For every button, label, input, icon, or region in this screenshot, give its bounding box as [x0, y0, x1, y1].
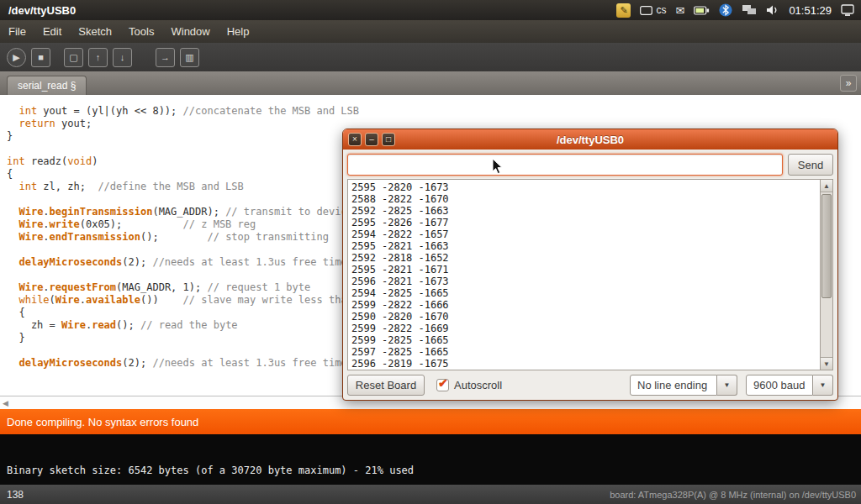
serial-combos: No line ending ▼ 9600 baud ▼	[630, 375, 833, 396]
keyboard-icon	[640, 6, 652, 15]
serial-monitor-window: × – □ /dev/ttyUSB0 Send 2595 -2820 -1673…	[342, 129, 838, 401]
volume-indicator-icon[interactable]	[766, 3, 779, 18]
serial-monitor-title: /dev/ttyUSB0	[557, 134, 624, 146]
autoscroll-label: Autoscroll	[454, 379, 502, 391]
stop-icon: ■	[38, 52, 44, 62]
menu-help[interactable]: Help	[219, 20, 258, 43]
session-indicator-icon[interactable]	[841, 3, 854, 18]
open-icon: ↑	[96, 52, 101, 62]
toolbar: ▶ ■ ▢ ↑ ↓ → ▥	[0, 43, 861, 71]
tab-bar: serial_read § »	[0, 71, 861, 95]
line-ending-value: No line ending	[630, 375, 717, 396]
tab-overflow-button[interactable]: »	[840, 75, 857, 92]
notes-indicator-icon[interactable]: ✎	[616, 3, 631, 18]
scrollbar-thumb[interactable]	[821, 194, 832, 298]
mouse-cursor	[492, 158, 503, 178]
serial-monitor-body: Send 2595 -2820 -1673 2588 -2822 -1670 2…	[343, 150, 837, 400]
code-line: int yout = (yl|(yh << 8)); //concatenate…	[7, 105, 861, 118]
menu-sketch[interactable]: Sketch	[70, 20, 120, 43]
menu-window[interactable]: Window	[162, 20, 218, 43]
serial-send-input[interactable]	[347, 154, 783, 176]
minimize-button[interactable]: –	[365, 133, 378, 146]
baud-rate-value: 9600 baud	[746, 375, 813, 396]
close-button[interactable]: ×	[348, 133, 362, 146]
tab-serial-read[interactable]: serial_read §	[7, 76, 87, 95]
menu-bar: File Edit Sketch Tools Window Help	[0, 20, 861, 43]
status-bar: Done compiling. No syntax errors found	[0, 409, 861, 434]
scroll-down-icon[interactable]: ▼	[821, 357, 832, 370]
battery-indicator-icon[interactable]	[694, 3, 710, 18]
serial-monitor-icon: ▥	[185, 52, 193, 63]
verify-button[interactable]: ▶	[7, 48, 26, 67]
line-ending-dropdown-icon[interactable]: ▼	[717, 375, 737, 396]
scroll-up-icon[interactable]: ▲	[821, 180, 832, 192]
serial-output-area: 2595 -2820 -1673 2588 -2822 -1670 2592 -…	[347, 179, 820, 370]
autoscroll-checkbox[interactable]: ✔	[436, 379, 449, 391]
clock[interactable]: 01:51:29	[789, 4, 832, 17]
bluetooth-indicator-icon[interactable]	[719, 3, 732, 18]
line-number: 138	[0, 489, 24, 501]
new-sketch-button[interactable]: ▢	[64, 48, 83, 67]
save-icon: ↓	[120, 52, 125, 62]
serial-input-row: Send	[347, 154, 833, 176]
console-output: Binary sketch size: 6542 bytes (of a 307…	[7, 465, 414, 476]
panel-window-title: /dev/ttyUSB0	[0, 4, 76, 17]
save-sketch-button[interactable]: ↓	[113, 48, 132, 67]
keyboard-layout-indicator[interactable]: cs	[640, 4, 666, 16]
serial-scrollbar[interactable]: ▲ ▼	[820, 179, 833, 370]
menu-tools[interactable]: Tools	[120, 20, 162, 43]
panel-indicators: ✎ cs ✉ 01:51:29	[616, 3, 861, 18]
serial-output-row: 2595 -2820 -1673 2588 -2822 -1670 2592 -…	[347, 179, 833, 370]
menu-edit[interactable]: Edit	[34, 20, 70, 43]
autoscroll-control[interactable]: ✔ Autoscroll	[436, 379, 502, 391]
verify-icon: ▶	[13, 52, 19, 63]
mail-indicator-icon[interactable]: ✉	[675, 3, 684, 18]
new-sketch-icon: ▢	[69, 52, 77, 63]
autoscroll-check-mark: ✔	[438, 376, 448, 390]
board-status: board: ATmega328P(A) @ 8 MHz (internal) …	[610, 490, 861, 500]
serial-output-text: 2595 -2820 -1673 2588 -2822 -1670 2592 -…	[351, 181, 816, 370]
line-ending-select[interactable]: No line ending ▼	[630, 375, 737, 396]
baud-rate-dropdown-icon[interactable]: ▼	[813, 375, 833, 396]
serial-controls-row: Reset Board ✔ Autoscroll No line ending …	[347, 374, 833, 396]
keyboard-layout-label: cs	[656, 4, 666, 16]
top-panel: /dev/ttyUSB0 ✎ cs ✉ 01:51:29	[0, 0, 861, 20]
maximize-button[interactable]: □	[382, 133, 395, 146]
upload-icon: →	[161, 52, 170, 62]
send-button[interactable]: Send	[788, 154, 833, 176]
menu-file[interactable]: File	[0, 20, 34, 43]
stop-button[interactable]: ■	[31, 48, 50, 67]
compile-console: Binary sketch size: 6542 bytes (of a 307…	[0, 434, 861, 485]
open-sketch-button[interactable]: ↑	[88, 48, 108, 67]
serial-monitor-button[interactable]: ▥	[180, 48, 199, 67]
status-message: Done compiling. No syntax errors found	[7, 416, 198, 428]
window-buttons: × – □	[348, 133, 395, 146]
footer-bar: 138 board: ATmega328P(A) @ 8 MHz (intern…	[0, 485, 861, 504]
hscroll-left-arrow-icon[interactable]: ◀	[0, 399, 8, 407]
reset-board-button[interactable]: Reset Board	[347, 375, 425, 396]
upload-button[interactable]: →	[156, 48, 175, 67]
network-indicator-icon[interactable]	[742, 3, 757, 18]
serial-monitor-titlebar[interactable]: × – □ /dev/ttyUSB0	[343, 129, 837, 150]
baud-rate-select[interactable]: 9600 baud ▼	[746, 375, 833, 396]
tab-overflow-icon: »	[846, 77, 852, 89]
